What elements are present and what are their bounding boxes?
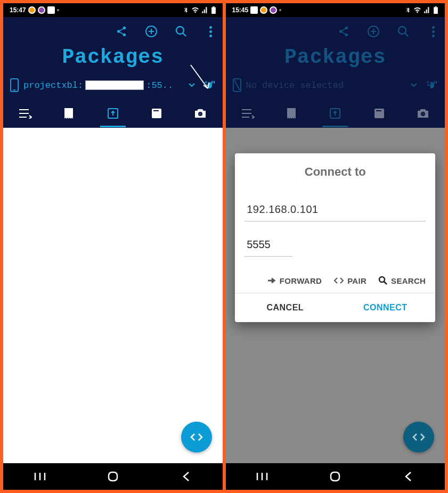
- status-more-icon: [279, 9, 281, 11]
- nav-back[interactable]: [392, 471, 424, 482]
- forward-button[interactable]: FORWARD: [267, 276, 322, 285]
- status-right: [183, 6, 216, 14]
- status-time: 15:45: [232, 6, 249, 14]
- nav-bar: [3, 463, 223, 490]
- bluetooth-icon: [183, 7, 189, 13]
- dialog-actions: FORWARD PAIR SEARCH: [245, 268, 426, 293]
- nav-recent[interactable]: [246, 472, 278, 481]
- device-selector[interactable]: No device selected +: [226, 74, 445, 96]
- tab-note[interactable]: [370, 104, 389, 123]
- nav-bar: [226, 463, 445, 490]
- svg-rect-8: [152, 109, 161, 118]
- phone-icon: [10, 78, 19, 92]
- search-button[interactable]: SEARCH: [378, 276, 426, 285]
- status-bar: 15:45: [226, 3, 445, 17]
- search-icon[interactable]: [396, 24, 411, 39]
- wifi-icon: [413, 7, 421, 13]
- add-icon[interactable]: [144, 24, 159, 39]
- code-icon: [333, 277, 344, 284]
- chevron-down-icon[interactable]: [189, 83, 195, 87]
- svg-rect-11: [109, 472, 117, 481]
- cancel-button[interactable]: CANCEL: [235, 293, 335, 322]
- phone-right: 15:45: [226, 3, 445, 490]
- tab-filter[interactable]: [238, 104, 257, 123]
- status-left: 15:47: [10, 6, 59, 14]
- nav-home[interactable]: [319, 471, 351, 482]
- bluetooth-icon: [405, 7, 411, 13]
- more-icon[interactable]: [426, 24, 441, 39]
- svg-rect-5: [13, 89, 16, 91]
- tab-filter[interactable]: [15, 104, 35, 123]
- tabs: [226, 96, 445, 128]
- share-icon[interactable]: [114, 24, 129, 39]
- svg-rect-19: [374, 109, 384, 118]
- tabs: [3, 96, 223, 128]
- tab-note[interactable]: [147, 104, 166, 123]
- arrow-right-icon: [267, 277, 276, 284]
- share-icon[interactable]: [336, 24, 351, 39]
- page-title: Packages: [226, 46, 445, 74]
- dialog-footer: CANCEL CONNECT: [235, 293, 435, 322]
- tab-upload[interactable]: [325, 104, 345, 123]
- pair-button[interactable]: PAIR: [333, 276, 366, 285]
- status-app-icon: [260, 6, 267, 14]
- svg-text:+: +: [426, 79, 430, 86]
- svg-point-22: [379, 277, 385, 282]
- fab-code[interactable]: [181, 422, 212, 453]
- ip-input[interactable]: [245, 198, 426, 221]
- wifi-icon: [191, 7, 199, 13]
- svg-rect-13: [435, 6, 436, 7]
- svg-rect-4: [11, 79, 18, 92]
- nav-recent[interactable]: [24, 472, 56, 481]
- phone-off-icon: [232, 78, 242, 92]
- battery-icon: [433, 6, 438, 14]
- svg-text:+: +: [204, 79, 208, 86]
- tab-camera[interactable]: [413, 104, 433, 123]
- status-time: 15:47: [10, 6, 26, 14]
- svg-rect-1: [213, 6, 214, 7]
- status-more-icon: [57, 9, 59, 11]
- dialog-title: Connect to: [245, 165, 426, 179]
- tab-camera[interactable]: [191, 104, 210, 123]
- status-app-icon: [28, 6, 36, 14]
- connect-plug-icon[interactable]: +: [426, 79, 438, 91]
- device-label: No device selected: [246, 80, 407, 91]
- device-selector[interactable]: projectxbl: :55.. +: [3, 74, 223, 96]
- signal-icon: [201, 7, 209, 13]
- signal-icon: [423, 7, 431, 13]
- connect-plug-icon[interactable]: +: [203, 79, 216, 91]
- fab-code[interactable]: [403, 422, 434, 453]
- svg-rect-9: [153, 110, 159, 111]
- status-app-icon: [270, 6, 277, 14]
- redacted-bar: [85, 80, 144, 90]
- toolbar: [3, 17, 223, 46]
- tab-receipt[interactable]: [59, 104, 78, 123]
- search-icon: [378, 276, 388, 285]
- add-icon[interactable]: [366, 24, 381, 39]
- svg-point-3: [176, 27, 184, 34]
- status-right: [405, 6, 438, 14]
- status-image-icon: [250, 6, 258, 14]
- tab-upload[interactable]: [103, 104, 123, 123]
- toolbar: [226, 17, 445, 46]
- svg-rect-0: [211, 7, 216, 14]
- chevron-down-icon[interactable]: [411, 83, 417, 87]
- connect-button[interactable]: CONNECT: [335, 293, 435, 322]
- svg-rect-20: [376, 110, 381, 111]
- nav-back[interactable]: [170, 471, 202, 482]
- svg-point-15: [398, 27, 406, 34]
- svg-rect-12: [434, 7, 438, 14]
- dialog-overlay: Connect to FORWARD PAIR: [226, 128, 445, 463]
- nav-home[interactable]: [97, 471, 129, 482]
- tab-receipt[interactable]: [282, 104, 301, 123]
- status-image-icon: [47, 6, 55, 14]
- connect-dialog: Connect to FORWARD PAIR: [235, 153, 435, 322]
- battery-icon: [211, 6, 216, 14]
- more-icon[interactable]: [203, 24, 218, 39]
- content-area: [3, 128, 223, 463]
- page-title: Packages: [3, 46, 223, 74]
- search-icon[interactable]: [174, 24, 189, 39]
- port-input[interactable]: [245, 233, 292, 257]
- status-app-icon: [38, 6, 45, 14]
- content-area: Connect to FORWARD PAIR: [226, 128, 445, 463]
